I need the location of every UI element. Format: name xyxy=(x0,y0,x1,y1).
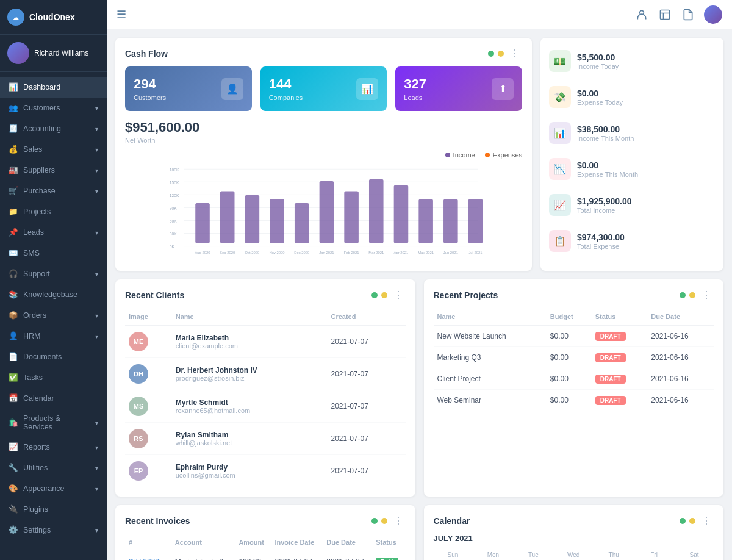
projects-dot-green[interactable] xyxy=(680,292,686,298)
sidebar-item-documents[interactable]: 📄 Documents xyxy=(0,346,107,367)
svg-text:Dec 2020: Dec 2020 xyxy=(294,251,310,254)
client-email: ucollins@gmail.com xyxy=(176,472,324,479)
dot-green[interactable] xyxy=(488,51,494,57)
invoice-id-link[interactable]: INV-00035 xyxy=(129,558,163,560)
sidebar-item-sales[interactable]: 💰 Sales ▾ xyxy=(0,139,107,160)
purchase-nav-icon: 🛒 xyxy=(9,186,18,196)
suppliers-nav-icon: 🏭 xyxy=(9,165,18,175)
stat-number-2: 327 xyxy=(404,76,426,92)
clients-dot-green[interactable] xyxy=(371,292,378,298)
projects-more-btn[interactable]: ⋮ xyxy=(699,289,714,301)
sidebar-header: ☁ CloudOnex xyxy=(0,0,107,35)
legend-expenses-dot xyxy=(485,153,490,157)
recent-invoices-title: Recent Invoices xyxy=(125,516,190,526)
files-icon[interactable] xyxy=(658,7,672,22)
calendar-dot-yellow[interactable] xyxy=(689,518,695,524)
sidebar-item-utilities[interactable]: 🔧 Utilities ▾ xyxy=(0,458,107,478)
status-badge: DRAFT xyxy=(595,375,626,384)
cashflow-more-btn[interactable]: ⋮ xyxy=(508,48,522,59)
dot-yellow[interactable] xyxy=(498,51,504,57)
sidebar-label-sales: Sales xyxy=(23,145,42,154)
documents-nav-icon: 📄 xyxy=(9,352,18,362)
sidebar-item-appearance[interactable]: 🎨 Appearance ▾ xyxy=(0,478,107,499)
clients-dot-yellow[interactable] xyxy=(381,292,387,298)
calendar-day-header: Tue xyxy=(514,549,553,560)
avatar xyxy=(7,42,29,64)
sidebar-label-settings: Settings xyxy=(23,526,51,534)
sidebar-item-suppliers[interactable]: 🏭 Suppliers ▾ xyxy=(0,160,107,181)
sidebar-item-dashboard[interactable]: 📊 Dashboard xyxy=(0,77,107,98)
chevron-support-icon: ▾ xyxy=(95,271,98,278)
project-budget: $0.00 xyxy=(547,326,592,347)
finance-desc-0: Income Today xyxy=(577,63,619,70)
calendar-day-header: Mon xyxy=(473,549,512,560)
client-created: 2021-07-07 xyxy=(327,455,405,487)
invoices-more-btn[interactable]: ⋮ xyxy=(391,515,406,526)
clients-table: ImageNameCreated ME Maria Elizabethclien… xyxy=(125,308,406,487)
svg-rect-28 xyxy=(344,191,359,243)
notifications-icon[interactable] xyxy=(634,7,649,22)
chevron-reports-icon: ▾ xyxy=(95,444,98,451)
sidebar-label-utilities: Utilities xyxy=(23,464,48,472)
sidebar-item-accounting[interactable]: 🧾 Accounting ▾ xyxy=(0,118,107,139)
sidebar-label-plugins: Plugins xyxy=(23,505,48,514)
notes-icon[interactable] xyxy=(681,7,695,22)
net-worth-label: Net Worth xyxy=(125,137,522,144)
tasks-nav-icon: ✅ xyxy=(9,373,18,382)
sidebar-label-leads: Leads xyxy=(23,228,44,237)
finance-desc-2: Income This Month xyxy=(577,135,634,142)
client-email: client@example.com xyxy=(176,342,324,350)
calendar-card: Calendar ⋮ JULY 2021 SunMonTueWedThuFriS… xyxy=(424,505,724,560)
topbar: ☰ xyxy=(107,0,732,29)
leads-nav-icon: 📌 xyxy=(9,228,18,237)
stat-card-companies: 144 Companies 📊 xyxy=(260,66,387,111)
clients-col-header: Image xyxy=(125,308,172,326)
calendar-dot-green[interactable] xyxy=(680,518,686,524)
svg-rect-26 xyxy=(320,181,334,243)
knowledgebase-nav-icon: 📚 xyxy=(9,290,18,300)
sidebar-label-documents: Documents xyxy=(23,353,62,361)
sidebar-item-tasks[interactable]: ✅ Tasks xyxy=(0,367,107,388)
calendar-nav-icon: 📅 xyxy=(9,393,18,403)
support-nav-icon: 🎧 xyxy=(9,269,18,279)
sidebar-item-sms[interactable]: ✉️ SMS xyxy=(0,243,107,264)
plugins-nav-icon: 🔌 xyxy=(9,504,18,514)
menu-toggle-icon[interactable]: ☰ xyxy=(117,8,126,21)
client-created: 2021-07-07 xyxy=(327,390,405,423)
project-name: Marketing Q3 xyxy=(434,347,547,368)
projects-table: NameBudgetStatusDue Date New Website Lau… xyxy=(434,308,714,411)
stat-icon-2: ⬆ xyxy=(492,78,514,100)
client-avatar: MS xyxy=(129,397,148,416)
finance-amount-3: $0.00 xyxy=(577,160,638,170)
invoices-col-header: Invoice Date xyxy=(271,534,323,551)
finance-item-0: 💵 $5,500.00 Income Today xyxy=(549,46,715,76)
sidebar-item-hrm[interactable]: 👤 HRM ▾ xyxy=(0,326,107,346)
invoices-dot-green[interactable] xyxy=(371,518,378,524)
sidebar-item-support[interactable]: 🎧 Support ▾ xyxy=(0,264,107,284)
calendar-more-btn[interactable]: ⋮ xyxy=(699,515,714,526)
sidebar-label-knowledgebase: Knowledgebase xyxy=(23,290,77,299)
main-content: ☰ Cash Flow xyxy=(107,0,732,560)
invoices-dot-yellow[interactable] xyxy=(381,518,387,524)
sidebar-item-reports[interactable]: 📈 Reports ▾ xyxy=(0,437,107,458)
stat-label-2: Leads xyxy=(404,94,426,101)
sidebar-item-products[interactable]: 🛍️ Products & Services ▾ xyxy=(0,409,107,437)
sidebar-item-purchase[interactable]: 🛒 Purchase ▾ xyxy=(0,181,107,201)
cashflow-stats: 294 Customers 👤 144 Companies 📊 327 Lead… xyxy=(125,66,522,111)
chevron-sales-icon: ▾ xyxy=(95,146,98,153)
sidebar-item-settings[interactable]: ⚙️ Settings ▾ xyxy=(0,520,107,540)
calendar-grid: SunMonTueWedThuFriSat1234567891011121314… xyxy=(434,549,714,560)
svg-rect-20 xyxy=(245,195,260,243)
clients-more-btn[interactable]: ⋮ xyxy=(391,289,406,301)
sidebar-item-leads[interactable]: 📌 Leads ▾ xyxy=(0,222,107,243)
sidebar-item-plugins[interactable]: 🔌 Plugins xyxy=(0,499,107,520)
sidebar-item-knowledgebase[interactable]: 📚 Knowledgebase xyxy=(0,284,107,305)
sidebar: ☁ CloudOnex Richard Williams 📊 Dashboard… xyxy=(0,0,107,560)
user-avatar[interactable] xyxy=(704,5,722,24)
sidebar-item-projects[interactable]: 📁 Projects xyxy=(0,201,107,222)
sidebar-item-calendar[interactable]: 📅 Calendar xyxy=(0,388,107,409)
projects-dot-yellow[interactable] xyxy=(689,292,695,298)
sidebar-item-customers[interactable]: 👥 Customers ▾ xyxy=(0,98,107,118)
sidebar-item-orders[interactable]: 📦 Orders ▾ xyxy=(0,305,107,326)
sms-nav-icon: ✉️ xyxy=(9,248,18,258)
